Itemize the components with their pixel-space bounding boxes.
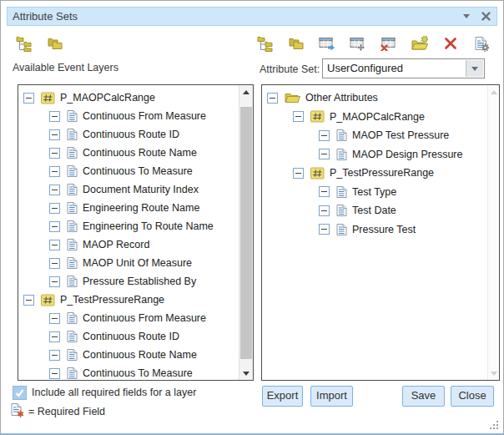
import-button[interactable]: Import bbox=[310, 386, 353, 407]
collapse-expander-icon[interactable] bbox=[23, 93, 34, 104]
collapse-expander-icon[interactable] bbox=[49, 276, 60, 287]
tree-item[interactable]: Continuous Route ID bbox=[18, 327, 239, 346]
collapse-expander-icon[interactable] bbox=[319, 224, 330, 235]
collapse-expander-icon[interactable] bbox=[49, 166, 60, 177]
configure-report-button[interactable] bbox=[473, 35, 490, 52]
field-icon bbox=[67, 367, 78, 380]
tree-item-label: Test Date bbox=[352, 205, 396, 216]
collapse-all-button[interactable] bbox=[47, 35, 63, 52]
tree-item[interactable]: Continuous To Measure bbox=[18, 162, 239, 180]
event-layer-icon bbox=[310, 110, 325, 123]
tree-item[interactable]: MAOP Test Pressure bbox=[262, 126, 485, 145]
available-layers-tree: P_MAOPCalcRangeContinuous From MeasureCo… bbox=[18, 85, 239, 380]
tree-item-label: Other Attributes bbox=[305, 92, 378, 104]
scroll-up-icon[interactable] bbox=[488, 85, 499, 99]
tree-item[interactable]: Continuous Route ID bbox=[18, 125, 239, 144]
tree-item[interactable]: Engineering To Route Name bbox=[18, 217, 239, 235]
collapse-expander-icon[interactable] bbox=[49, 313, 60, 324]
tree-item-label: Test Type bbox=[352, 186, 396, 198]
collapse-all-icon bbox=[47, 36, 63, 51]
tree-item[interactable]: P_MAOPCalcRange bbox=[262, 108, 485, 127]
add-table-button[interactable] bbox=[350, 35, 366, 52]
tree-item-label: P_TestPressureRange bbox=[60, 294, 164, 306]
collapse-expander-icon[interactable] bbox=[49, 221, 60, 232]
collapse-expander-icon[interactable] bbox=[293, 111, 304, 122]
collapse-expander-icon[interactable] bbox=[49, 350, 60, 361]
collapse-expander-icon[interactable] bbox=[267, 93, 278, 104]
collapse-expander-icon[interactable] bbox=[319, 186, 330, 197]
close-icon[interactable] bbox=[481, 12, 491, 21]
collapse-expander-icon[interactable] bbox=[49, 148, 60, 159]
tree-item[interactable]: Pressure Test bbox=[262, 220, 485, 240]
new-attribute-set-button[interactable] bbox=[411, 35, 428, 52]
expand-all-icon bbox=[257, 36, 274, 52]
collapse-expander-icon[interactable] bbox=[49, 368, 60, 379]
resize-grip[interactable] bbox=[490, 421, 499, 430]
tree-item[interactable]: Document Maturity Index bbox=[18, 180, 239, 199]
new-attribute-set-icon bbox=[411, 36, 428, 51]
tree-item[interactable]: Other Attributes bbox=[262, 89, 485, 108]
collapse-expander-icon[interactable] bbox=[49, 203, 60, 214]
scroll-up-icon[interactable] bbox=[239, 85, 253, 99]
collapse-dialog-icon[interactable] bbox=[463, 14, 470, 18]
export-table-button[interactable] bbox=[319, 35, 335, 52]
tree-item[interactable]: Pressure Established By bbox=[18, 272, 239, 291]
scroll-down-icon[interactable] bbox=[488, 367, 499, 380]
tree-item[interactable]: MAOP Design Pressure bbox=[262, 145, 485, 164]
expand-all-button[interactable] bbox=[257, 35, 274, 52]
collapse-expander-icon[interactable] bbox=[319, 149, 330, 159]
save-button[interactable]: Save bbox=[402, 386, 445, 407]
tree-item-label: Document Maturity Index bbox=[83, 184, 199, 195]
include-required-fields-checkbox[interactable] bbox=[13, 386, 27, 400]
tree-item-label: MAOP Record bbox=[83, 239, 149, 250]
field-icon bbox=[67, 275, 78, 288]
event-layer-icon bbox=[41, 294, 55, 306]
tree-item[interactable]: Test Date bbox=[262, 201, 485, 220]
collapse-expander-icon[interactable] bbox=[49, 185, 60, 195]
tree-item[interactable]: P_MAOPCalcRange bbox=[18, 89, 239, 107]
field-icon bbox=[336, 223, 347, 236]
close-button[interactable]: Close bbox=[451, 386, 494, 407]
collapse-expander-icon[interactable] bbox=[319, 130, 330, 141]
collapse-expander-icon[interactable] bbox=[49, 129, 60, 140]
tree-item-label: Pressure Test bbox=[352, 224, 416, 235]
field-icon bbox=[67, 348, 78, 362]
export-button[interactable]: Export bbox=[262, 386, 303, 407]
scroll-down-icon[interactable] bbox=[239, 367, 253, 380]
left-panel-scrollbar[interactable] bbox=[239, 85, 253, 380]
collapse-expander-icon[interactable] bbox=[49, 258, 60, 269]
available-event-layers-heading: Available Event Layers bbox=[13, 62, 118, 73]
collapse-expander-icon[interactable] bbox=[49, 331, 60, 342]
collapse-expander-icon[interactable] bbox=[49, 111, 60, 122]
collapse-expander-icon[interactable] bbox=[319, 205, 330, 216]
remove-table-button[interactable] bbox=[381, 35, 397, 52]
attribute-set-label: Attribute Set: bbox=[260, 63, 320, 75]
collapse-expander-icon[interactable] bbox=[293, 168, 304, 179]
tree-item[interactable]: MAOP Unit Of Measure bbox=[18, 254, 239, 272]
collapse-expander-icon[interactable] bbox=[49, 240, 60, 250]
tree-item[interactable]: Continuous Route Name bbox=[18, 346, 239, 364]
tree-item-label: MAOP Unit Of Measure bbox=[83, 257, 192, 269]
tree-item[interactable]: Continuous From Measure bbox=[18, 107, 239, 125]
delete-button[interactable] bbox=[442, 35, 459, 52]
collapse-all-button[interactable] bbox=[288, 35, 305, 52]
tree-item[interactable]: P_TestPressureRange bbox=[18, 291, 239, 309]
dialog-title: Attribute Sets bbox=[8, 10, 463, 23]
tree-item[interactable]: Engineering Route Name bbox=[18, 199, 239, 217]
tree-item[interactable]: Test Type bbox=[262, 183, 485, 202]
tree-item[interactable]: Continuous To Measure bbox=[18, 364, 239, 380]
expand-all-button[interactable] bbox=[16, 35, 33, 52]
scrollbar-thumb[interactable] bbox=[240, 107, 252, 359]
field-icon bbox=[67, 109, 78, 123]
tree-item[interactable]: Continuous Route Name bbox=[18, 144, 239, 162]
right-panel-scrollbar[interactable] bbox=[487, 85, 499, 380]
folder-icon bbox=[285, 92, 300, 104]
tree-item[interactable]: MAOP Record bbox=[18, 235, 239, 254]
attribute-set-dropdown[interactable]: UserConfigured bbox=[322, 58, 485, 78]
collapse-expander-icon[interactable] bbox=[23, 295, 34, 306]
dropdown-arrow-button[interactable] bbox=[466, 60, 483, 77]
required-field-legend-label: = Required Field bbox=[28, 406, 105, 417]
tree-item[interactable]: Continuous From Measure bbox=[18, 309, 239, 327]
field-icon bbox=[67, 146, 78, 159]
tree-item[interactable]: P_TestPressureRange bbox=[262, 164, 485, 183]
